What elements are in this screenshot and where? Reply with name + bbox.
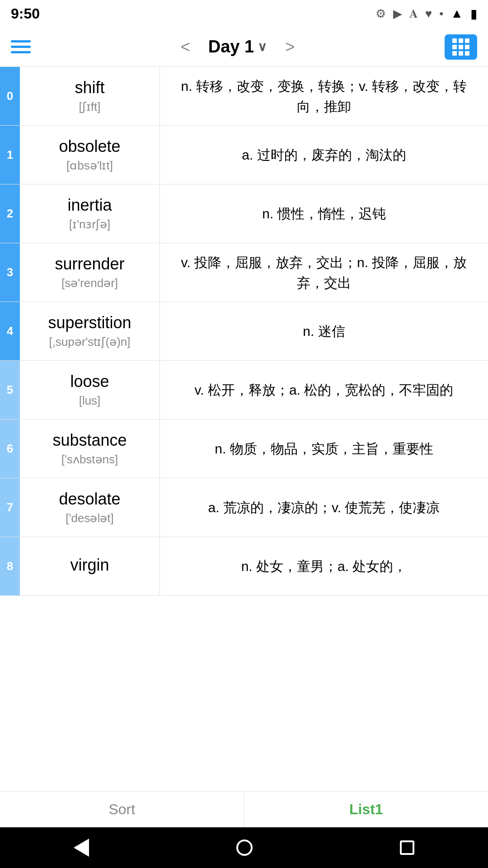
word-list: 0shift[ʃɪft]n. 转移，改变，变换，转换；v. 转移，改变，转向，推…	[0, 67, 488, 791]
recent-button[interactable]	[400, 840, 414, 855]
definition-col: n. 处女，童男；a. 处女的，	[160, 537, 488, 595]
definition-text: n. 惯性，惰性，迟钝	[262, 203, 385, 224]
definition-col: v. 投降，屈服，放弃，交出；n. 投降，屈服，放弃，交出	[160, 243, 488, 302]
word-row[interactable]: 1obsolete[ɑbsə'lɪt]a. 过时的，废弃的，淘汰的	[0, 126, 488, 184]
word-text: superstition	[48, 313, 131, 332]
wifi-icon: ♥	[425, 7, 432, 21]
android-nav-bar	[0, 827, 488, 868]
definition-col: a. 过时的，废弃的，淘汰的	[160, 126, 488, 184]
word-text: surrender	[55, 255, 124, 274]
word-row[interactable]: 8virginn. 处女，童男；a. 处女的，	[0, 537, 488, 596]
word-col: substance['sʌbstəns]	[20, 420, 160, 478]
battery-icon: ▮	[470, 6, 477, 21]
word-phonetic: [sə'rendər]	[61, 276, 118, 290]
sort-tab-label: Sort	[108, 801, 135, 818]
word-col: inertia[ɪ'nɜrʃə]	[20, 184, 160, 243]
toolbar-nav: < Day 1 ∨ >	[181, 37, 295, 57]
grid-view-button[interactable]	[445, 34, 477, 60]
word-row[interactable]: 5loose[lus]v. 松开，释放；a. 松的，宽松的，不牢固的	[0, 361, 488, 420]
word-text: inertia	[67, 196, 112, 215]
word-text: desolate	[59, 490, 120, 509]
word-text: substance	[52, 431, 127, 450]
word-row[interactable]: 6substance['sʌbstəns]n. 物质，物品，实质，主旨，重要性	[0, 420, 488, 478]
definition-text: v. 松开，释放；a. 松的，宽松的，不牢固的	[195, 380, 454, 400]
toolbar-title[interactable]: Day 1 ∨	[208, 37, 267, 57]
dot-icon: •	[439, 7, 443, 21]
row-index: 1	[0, 126, 20, 184]
definition-text: a. 过时的，废弃的，淘汰的	[242, 145, 406, 165]
definition-col: a. 荒凉的，凄凉的；v. 使荒芜，使凄凉	[160, 478, 488, 537]
next-button[interactable]: >	[285, 38, 295, 57]
definition-col: n. 转移，改变，变换，转换；v. 转移，改变，转向，推卸	[160, 67, 488, 125]
word-phonetic: [ɪ'nɜrʃə]	[69, 217, 111, 231]
row-index: 2	[0, 184, 20, 243]
word-col: loose[lus]	[20, 361, 160, 419]
day-title: Day 1	[208, 37, 254, 57]
back-icon	[74, 839, 89, 857]
row-index: 8	[0, 537, 20, 595]
definition-text: n. 迷信	[303, 321, 345, 341]
definition-col: n. 物质，物品，实质，主旨，重要性	[160, 420, 488, 478]
word-phonetic: [ʃɪft]	[79, 100, 101, 114]
word-col: shift[ʃɪft]	[20, 67, 160, 125]
menu-button[interactable]	[11, 40, 31, 53]
word-row[interactable]: 0shift[ʃɪft]n. 转移，改变，变换，转换；v. 转移，改变，转向，推…	[0, 67, 488, 126]
status-time: 9:50	[11, 5, 40, 22]
menu-line-3	[11, 51, 31, 53]
word-row[interactable]: 7desolate['desələt]a. 荒凉的，凄凉的；v. 使荒芜，使凄凉	[0, 478, 488, 537]
row-index: 6	[0, 420, 20, 478]
word-col: desolate['desələt]	[20, 478, 160, 537]
word-row[interactable]: 4superstition[ˌsupər'stɪʃ(ə)n]n. 迷信	[0, 302, 488, 361]
chevron-down-icon: ∨	[258, 39, 267, 54]
gear-icon: ⚙	[375, 7, 386, 21]
definition-text: a. 荒凉的，凄凉的；v. 使荒芜，使凄凉	[208, 497, 440, 518]
status-bar: 9:50 ⚙ ▶ 𝐀 ♥ • ▲ ▮	[0, 0, 488, 27]
definition-text: v. 投降，屈服，放弃，交出；n. 投降，屈服，放弃，交出	[171, 252, 477, 293]
signal-icon: ▲	[450, 6, 463, 21]
word-col: surrender[sə'rendər]	[20, 243, 160, 302]
bottom-tab-bar: Sort List1	[0, 791, 488, 827]
word-col: virgin	[20, 537, 160, 595]
word-text: virgin	[70, 556, 109, 575]
word-col: obsolete[ɑbsə'lɪt]	[20, 126, 160, 184]
toolbar: < Day 1 ∨ >	[0, 27, 488, 67]
list1-tab[interactable]: List1	[244, 792, 488, 827]
back-button[interactable]	[74, 839, 89, 857]
menu-line-2	[11, 46, 31, 48]
row-index: 7	[0, 478, 20, 537]
sort-tab[interactable]: Sort	[0, 792, 244, 827]
word-row[interactable]: 2inertia[ɪ'nɜrʃə]n. 惯性，惰性，迟钝	[0, 184, 488, 243]
word-row[interactable]: 3surrender[sə'rendər]v. 投降，屈服，放弃，交出；n. 投…	[0, 243, 488, 302]
row-index: 3	[0, 243, 20, 302]
word-text: loose	[70, 372, 109, 391]
word-text: shift	[75, 78, 104, 97]
definition-text: n. 转移，改变，变换，转换；v. 转移，改变，转向，推卸	[171, 76, 477, 117]
home-icon	[236, 840, 253, 856]
row-index: 0	[0, 67, 20, 125]
definition-text: n. 处女，童男；a. 处女的，	[241, 556, 407, 576]
menu-line-1	[11, 40, 31, 42]
definition-col: n. 惯性，惰性，迟钝	[160, 184, 488, 243]
definition-col: n. 迷信	[160, 302, 488, 360]
row-index: 4	[0, 302, 20, 360]
recent-icon	[400, 840, 414, 855]
definition-text: n. 物质，物品，实质，主旨，重要性	[215, 439, 433, 459]
list1-tab-label: List1	[349, 801, 383, 818]
row-index: 5	[0, 361, 20, 419]
play-icon: ▶	[393, 7, 402, 21]
grid-icon	[452, 38, 469, 56]
word-phonetic: [lus]	[79, 394, 101, 408]
home-button[interactable]	[236, 840, 253, 856]
status-icons: ⚙ ▶ 𝐀 ♥ • ▲ ▮	[375, 6, 477, 21]
prev-button[interactable]: <	[181, 38, 190, 57]
word-phonetic: ['sʌbstəns]	[61, 453, 118, 467]
definition-col: v. 松开，释放；a. 松的，宽松的，不牢固的	[160, 361, 488, 419]
word-phonetic: [ɑbsə'lɪt]	[66, 159, 113, 173]
word-phonetic: ['desələt]	[66, 511, 113, 525]
word-col: superstition[ˌsupər'stɪʃ(ə)n]	[20, 302, 160, 360]
word-text: obsolete	[59, 137, 120, 156]
word-phonetic: [ˌsupər'stɪʃ(ə)n]	[49, 335, 131, 349]
text-icon: 𝐀	[409, 7, 418, 21]
